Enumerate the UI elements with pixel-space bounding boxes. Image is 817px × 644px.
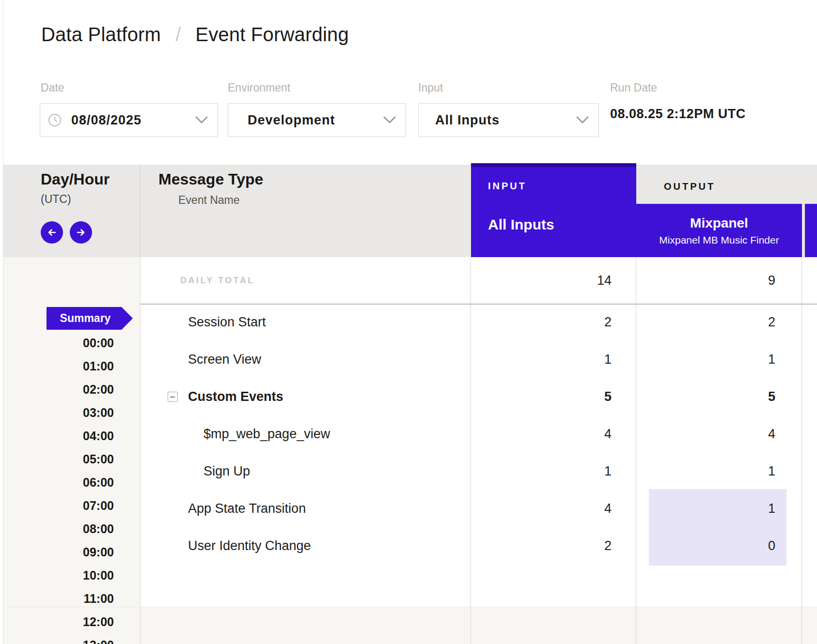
daily-total-input-value: 14: [597, 257, 612, 304]
summary-flag[interactable]: Summary: [47, 307, 133, 330]
event-forwarding-page: Data Platform / Event Forwarding Date 08…: [0, 0, 817, 644]
breadcrumb: Data Platform / Event Forwarding: [0, 0, 817, 69]
hour-item[interactable]: 10:00: [0, 564, 114, 587]
input-filter-label: Input: [418, 81, 443, 94]
table-row: App State Transition 4 1: [141, 490, 817, 527]
row-name: App State Transition: [188, 490, 306, 527]
chevron-down-icon: [195, 116, 208, 124]
row-output-value: 1: [768, 453, 775, 490]
row-output-value: 1: [768, 490, 775, 527]
table-row: Screen View 1 1: [141, 341, 817, 378]
run-date-value: 08.08.25 2:12PM UTC: [610, 107, 746, 122]
output-highlight-cell: [649, 489, 786, 528]
row-input-value: 4: [604, 490, 612, 527]
clock-icon: [48, 113, 62, 127]
hour-item[interactable]: 00:00: [0, 331, 114, 354]
run-date-label: Run Date: [610, 81, 657, 94]
hour-item[interactable]: 03:00: [0, 401, 114, 424]
event-name-subtitle: Event Name: [178, 194, 240, 207]
output-section-label: OUTPUT: [664, 181, 715, 192]
row-output-value: 4: [768, 415, 775, 453]
date-dropdown[interactable]: 08/08/2025: [40, 103, 218, 137]
row-input-value: 1: [604, 341, 612, 378]
row-input-value: 2: [604, 527, 612, 565]
input-section-label: INPUT: [488, 181, 527, 192]
date-filter-label: Date: [41, 81, 64, 94]
hour-list: 00:00 01:00 02:00 03:00 04:00 05:00 06:0…: [0, 331, 114, 644]
date-value: 08/08/2025: [71, 113, 141, 128]
filter-bar: Date 08/08/2025 Environment Development …: [0, 69, 817, 165]
arrow-right-icon: [75, 226, 87, 239]
table-footer-band: [3, 607, 817, 644]
table-row: Sign Up 1 1: [141, 453, 817, 490]
row-output-value: 2: [768, 304, 775, 341]
output-column-header-partial: [805, 204, 817, 257]
row-input-value: 5: [604, 378, 612, 415]
row-name: Custom Events: [188, 378, 283, 415]
input-filter-value: All Inputs: [435, 113, 500, 128]
page-title: Event Forwarding: [195, 24, 349, 46]
input-column-header: INPUT All Inputs: [471, 163, 636, 257]
row-output-value: 1: [768, 341, 775, 378]
hour-item[interactable]: 02:00: [0, 378, 114, 401]
row-input-value: 1: [604, 453, 612, 490]
row-output-value: 5: [768, 378, 775, 415]
row-name: Sign Up: [204, 453, 250, 490]
output-column-subtitle: Mixpanel MB Music Finder: [659, 234, 779, 246]
day-hour-subtitle: (UTC): [41, 193, 71, 206]
table-row-custom-events: Custom Events 5 5: [141, 378, 817, 415]
table-row: $mp_web_page_view 4 4: [141, 415, 817, 453]
hour-item[interactable]: 07:00: [0, 494, 114, 517]
chevron-down-icon: [383, 116, 396, 124]
output-column-header[interactable]: Mixpanel Mixpanel MB Music Finder: [636, 204, 802, 257]
hour-item[interactable]: 12:00: [0, 610, 114, 633]
next-day-button[interactable]: [70, 221, 92, 244]
hour-item[interactable]: 04:00: [0, 424, 114, 447]
hour-item[interactable]: 01:00: [0, 354, 114, 378]
output-highlight-cell: [649, 526, 786, 566]
row-name: $mp_web_page_view: [204, 415, 330, 453]
day-hour-header: Day/Hour: [41, 170, 110, 188]
hour-item[interactable]: 06:00: [0, 471, 114, 494]
environment-dropdown[interactable]: Development: [228, 103, 406, 137]
daily-total-output-value: 9: [768, 257, 775, 304]
hour-item[interactable]: 09:00: [0, 540, 114, 564]
environment-value: Development: [248, 113, 335, 128]
row-name: User Identity Change: [188, 527, 311, 565]
daily-total-row: DAILY TOTAL 14 9: [141, 257, 817, 305]
row-input-value: 2: [604, 304, 612, 341]
output-column-title: Mixpanel: [690, 215, 748, 231]
message-type-header: Message Type: [158, 170, 263, 188]
row-output-value: 0: [768, 527, 775, 565]
previous-day-button[interactable]: [41, 221, 63, 244]
breadcrumb-separator: /: [175, 24, 181, 46]
summary-flag-label: Summary: [47, 307, 133, 330]
row-input-value: 4: [604, 415, 612, 453]
table-row: User Identity Change 2 0: [141, 527, 817, 565]
row-name: Session Start: [188, 304, 266, 341]
breadcrumb-section[interactable]: Data Platform: [41, 24, 161, 46]
hour-item[interactable]: 08:00: [0, 517, 114, 540]
arrow-left-icon: [46, 226, 58, 239]
row-name: Screen View: [188, 341, 261, 378]
table-row: Session Start 2 2: [141, 304, 817, 341]
daily-total-label: DAILY TOTAL: [180, 257, 255, 304]
hour-item[interactable]: 11:00: [0, 587, 114, 610]
hour-item[interactable]: 05:00: [0, 447, 114, 471]
table-header-band: Day/Hour (UTC) Message Type Event Name I…: [3, 165, 817, 257]
input-column-title: All Inputs: [488, 216, 554, 233]
input-dropdown[interactable]: All Inputs: [418, 103, 599, 137]
collapse-toggle-icon[interactable]: [168, 392, 178, 402]
chevron-down-icon: [576, 116, 589, 124]
environment-filter-label: Environment: [228, 81, 290, 94]
hour-item[interactable]: 13:00: [0, 633, 114, 644]
